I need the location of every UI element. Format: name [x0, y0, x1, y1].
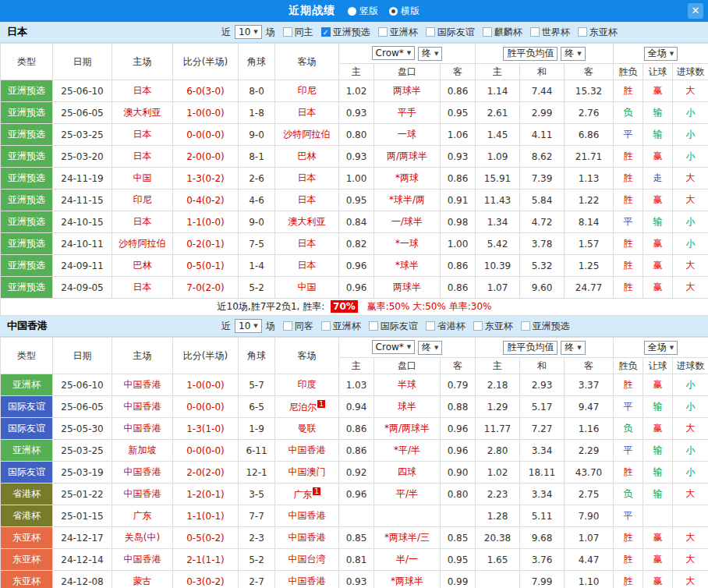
match-type-badge: 亚洲预选 — [1, 102, 53, 124]
match-type-badge: 亚洲预选 — [1, 190, 53, 211]
home-odds: 1.03 — [339, 374, 374, 396]
filter-checkbox-亚洲杯[interactable]: 亚洲杯 — [321, 320, 361, 333]
result-mark: 平 — [614, 124, 643, 146]
home-team-text: 关岛(中) — [125, 532, 160, 543]
match-date: 25-03-19 — [53, 462, 112, 484]
result-mark: 胜 — [614, 527, 643, 549]
match-date: 25-06-10 — [53, 374, 112, 396]
avg-draw-odds: 7.44 — [520, 80, 565, 102]
match-row: 国际友谊25-06-05中国香港0-0(0-0)6-5尼泊尔10.94球半0.8… — [1, 396, 708, 418]
match-type-badge: 国际友谊 — [1, 396, 53, 418]
filter-checkbox-东亚杯[interactable]: 东亚杯 — [578, 26, 618, 39]
filter-checkbox-麒麟杯[interactable]: 麒麟杯 — [483, 26, 522, 39]
col-home-odds: 主 — [339, 64, 374, 80]
filter-checkbox-亚洲预选[interactable]: 亚洲预选 — [521, 320, 570, 333]
filter-checkbox-省港杯[interactable]: 省港杯 — [426, 320, 466, 333]
avg-odds-select[interactable]: 胜平负均值 — [503, 47, 558, 61]
radio-horizontal-layout[interactable]: 横版 — [389, 5, 419, 18]
goals-result-mark: 大 — [673, 190, 708, 211]
avg-away-odds: 8.14 — [565, 211, 614, 233]
avg-away-odds: 43.70 — [565, 462, 614, 484]
home-odds: 0.81 — [339, 549, 374, 571]
home-team: 巴林 — [112, 255, 173, 277]
away-odds: 1.06 — [441, 124, 476, 146]
goals-result-mark: 小 — [673, 233, 708, 255]
col-score: 比分(半场) — [173, 338, 239, 374]
filter-checkbox-国际友谊[interactable]: 国际友谊 — [426, 26, 475, 39]
section-header-japan: 日本 近10▼场同主✓亚洲预选亚洲杯国际友谊麒麟杯世界杯东亚杯 — [0, 22, 708, 43]
away-odds: 0.98 — [441, 211, 476, 233]
match-date: 25-01-22 — [53, 484, 112, 505]
filter-checkbox-世界杯[interactable]: 世界杯 — [530, 26, 570, 39]
odds-final-select[interactable]: 终▼ — [418, 47, 442, 61]
odds-final-select[interactable]: 终▼ — [418, 341, 442, 355]
filter-checkbox-同主[interactable]: 同主 — [283, 26, 313, 39]
away-odds: 0.79 — [441, 374, 476, 396]
handicap-result-mark: 赢 — [643, 571, 673, 588]
filter-checkbox-国际友谊[interactable]: 国际友谊 — [369, 320, 418, 333]
unchecked-checkbox-icon — [283, 27, 292, 37]
scope-select[interactable]: 全场▼ — [644, 341, 678, 355]
avg-home-odds: 1.09 — [476, 146, 520, 168]
scope-select[interactable]: 全场▼ — [644, 47, 678, 61]
filter-checkbox-亚洲预选[interactable]: ✓亚洲预选 — [321, 26, 370, 39]
result-mark: 胜 — [614, 549, 643, 571]
home-odds: 1.02 — [339, 80, 374, 102]
unchecked-checkbox-icon — [578, 27, 587, 37]
avg-draw-odds: 3.76 — [520, 549, 565, 571]
result-mark: 平 — [614, 505, 643, 527]
match-row: 亚洲杯25-03-25新加坡0-0(0-0)6-11中国香港0.86*平/半0.… — [1, 440, 708, 462]
away-team-text: 中国澳门 — [289, 466, 326, 477]
handicap-result-mark: 输 — [643, 102, 673, 124]
layout-radio-group: 竖版 横版 — [348, 5, 419, 18]
radio-vertical-layout[interactable]: 竖版 — [348, 5, 378, 18]
match-count-select[interactable]: 10▼ — [235, 319, 262, 333]
away-odds: 0.99 — [441, 571, 476, 588]
home-team: 蒙古 — [112, 571, 173, 588]
away-team-text: 沙特阿拉伯 — [284, 129, 331, 140]
goals-result-mark: 大 — [673, 277, 708, 299]
avg-home-odds: 1.65 — [476, 549, 520, 571]
avg-home-odds: 20.38 — [476, 527, 520, 549]
close-button[interactable]: ✕ — [688, 3, 703, 19]
radio-checked-icon — [389, 7, 398, 16]
home-odds: 0.93 — [339, 102, 374, 124]
match-score: 2-0(0-0) — [173, 146, 239, 168]
avg-odds-select[interactable]: 胜平负均值 — [503, 341, 558, 355]
match-row: 亚洲杯25-06-10中国香港1-0(0-0)5-7印度1.03半球0.792.… — [1, 374, 708, 396]
home-team-text: 新加坡 — [129, 445, 157, 455]
home-team-text: 中国 — [133, 172, 152, 183]
filter-near-label: 近 — [221, 320, 231, 333]
handicap-line: *两球半 — [374, 571, 441, 588]
odds-source-select[interactable]: Crow*▼ — [372, 46, 416, 60]
away-odds: 0.86 — [441, 168, 476, 190]
goals-result-mark: 小 — [673, 374, 708, 396]
team-name-hongkong: 中国香港 — [0, 319, 221, 333]
home-team: 日本 — [112, 80, 173, 102]
home-team-text: 蒙古 — [133, 576, 152, 586]
away-team: 沙特阿拉伯 — [275, 124, 339, 146]
win-rate-badge: 70% — [331, 300, 358, 313]
avg-draw-odds: 7.99 — [520, 571, 565, 588]
avg-home-odds: 10.39 — [476, 255, 520, 277]
chevron-down-icon: ▼ — [670, 345, 674, 351]
corner-score: 8-0 — [239, 80, 275, 102]
avg-final-select[interactable]: 终▼ — [561, 47, 585, 61]
match-type-badge: 国际友谊 — [1, 462, 53, 484]
result-mark: 负 — [614, 484, 643, 505]
odds-header-cell: Crow*▼ 终▼ — [339, 44, 476, 64]
scope-value: 全场 — [648, 341, 667, 354]
away-team-text: 印尼 — [298, 85, 317, 96]
avg-home-odds: 2.18 — [476, 374, 520, 396]
unchecked-checkbox-icon — [521, 321, 530, 331]
col-avg-home: 主 — [476, 64, 520, 80]
avg-final-select[interactable]: 终▼ — [561, 341, 585, 355]
match-count-value: 10 — [239, 27, 250, 37]
match-count-select[interactable]: 10▼ — [235, 25, 262, 39]
radio-vertical-label: 竖版 — [359, 5, 378, 18]
filter-checkbox-亚洲杯[interactable]: 亚洲杯 — [378, 26, 418, 39]
filter-checkbox-东亚杯[interactable]: 东亚杯 — [473, 320, 513, 333]
filter-checkbox-同客[interactable]: 同客 — [283, 320, 313, 333]
avg-home-odds: 15.91 — [476, 168, 520, 190]
odds-source-select[interactable]: Crow*▼ — [372, 340, 416, 354]
